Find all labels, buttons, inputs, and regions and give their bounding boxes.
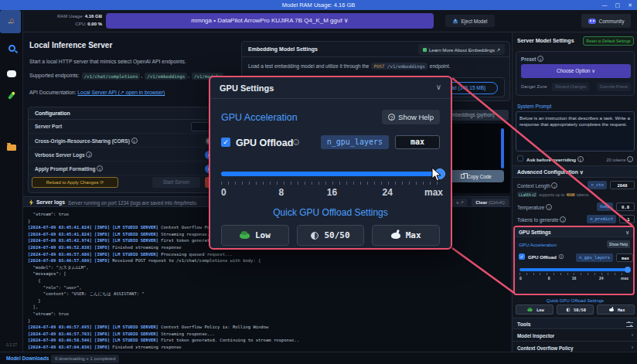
override-preset-button[interactable]: Override Preset <box>597 83 631 91</box>
context-length-note: LLaMA v2 supports up to 4096 tokens. <box>517 192 589 197</box>
puzzle-icon <box>423 48 427 52</box>
configuration-panel: Configuration Server Port Cross-Origin-R… <box>28 107 237 193</box>
gpu-offload-checkbox[interactable]: ✓ <box>519 253 525 260</box>
temperature-row: Temperature i temp 0.8 <box>513 202 637 212</box>
n-ctx-value[interactable]: 2048 <box>610 181 635 189</box>
gpu-5050-button[interactable]: 50/50 <box>557 304 594 315</box>
start-server-button[interactable]: Start Server <box>152 177 200 188</box>
maximize-button[interactable]: ▢ <box>615 0 621 10</box>
turtle-icon <box>240 233 250 239</box>
reload-apply-changes-button[interactable]: Reload to Apply Changes ⟳ <box>32 177 118 188</box>
server-model-settings-panel: Server Model Settings Reset to Default S… <box>512 32 637 352</box>
gpu-low-button[interactable]: Low <box>516 304 554 315</box>
gpu-offload-checkbox[interactable]: ✓ <box>221 138 230 147</box>
ask-before-overriding-checkbox[interactable] <box>517 155 523 162</box>
sidebar-item-my-models[interactable] <box>0 145 23 151</box>
sidebar-item-playground[interactable] <box>0 91 23 100</box>
discord-icon <box>588 19 596 24</box>
choose-preset-button[interactable]: Choose Option ∨ <box>521 64 631 78</box>
sidebar-item-home[interactable]: ⌂ <box>0 16 23 25</box>
code-scrollbar[interactable] <box>501 128 504 168</box>
info-icon[interactable]: i <box>97 165 103 172</box>
log-line: "messages": [ <box>28 270 510 277</box>
info-icon[interactable]: i <box>577 156 584 162</box>
n-gpu-layers-value[interactable]: max <box>395 135 440 149</box>
api-documentation: API Documentation: Local Server API (↗ o… <box>29 90 165 96</box>
show-help-button[interactable]: Show Help <box>607 240 630 248</box>
info-icon[interactable]: i <box>131 138 138 144</box>
api-doc-link[interactable]: Local Server API (↗ open in browser) <box>77 90 165 95</box>
danger-zone-label: Danger Zone <box>521 84 547 89</box>
sidebar-item-search[interactable] <box>0 45 23 52</box>
discard-changes-button[interactable]: Discard Changes <box>552 83 589 91</box>
learn-more-embeddings-button[interactable]: Learn More About Embeddings ↗ <box>418 44 505 55</box>
info-icon[interactable]: i <box>558 254 563 259</box>
chevron-down-icon[interactable]: ∨ <box>436 83 441 91</box>
app-window: Model RAM Usage: 4.16 GB — ▢ ✕ RAM Usage… <box>0 0 637 364</box>
configuration-title: Configuration <box>29 107 236 120</box>
n-gpu-layers-chip[interactable]: n_gpu_layers <box>321 135 389 149</box>
reset-defaults-button[interactable]: Reset to Default Settings <box>583 36 634 46</box>
chevron-down-icon: ∨ <box>625 227 629 237</box>
server-logs-subtitle: Server running on port 1234 (logs are sa… <box>68 200 196 206</box>
log-line: [2024-07-09 03:46:57.703] [INFO] [LM STU… <box>28 331 510 338</box>
quick-gpu-offload-buttons: Low 50/50 Max <box>221 225 440 246</box>
gpu-offload-slider[interactable] <box>221 172 443 176</box>
n-ctx-chip[interactable]: n_ctx <box>588 181 607 189</box>
search-icon <box>9 45 15 52</box>
chat-icon <box>7 70 16 77</box>
endpoint-chip: /v1/embeddings <box>145 73 187 80</box>
verbose-logs-row: Verbose Server Logs i ON <box>29 148 236 162</box>
sidebar: ⌂ ↔ 0.2.27 <box>0 10 23 352</box>
show-help-button[interactable]: ? Show Help <box>382 110 440 124</box>
info-icon[interactable]: i <box>560 216 566 223</box>
clear-logs-button[interactable]: Clear (Ctrl+K) <box>472 199 509 207</box>
popup-title: GPU Settings <box>220 83 274 93</box>
info-icon[interactable]: i <box>537 56 543 62</box>
info-icon[interactable]: i <box>546 204 552 210</box>
info-icon[interactable]: i <box>627 156 633 162</box>
embedding-description: Load a test embedding model and utilize … <box>248 63 451 70</box>
resource-stats: RAM Usage: 4.16 GB CPU: 0.00 % <box>46 12 102 28</box>
gpu-max-button[interactable]: Max <box>597 304 635 315</box>
chevron-right-icon: › <box>632 332 633 338</box>
gpu-acceleration-label: GPU Acceleration <box>221 112 298 123</box>
app-header: RAM Usage: 4.16 GB CPU: 0.00 % mmnga • D… <box>0 10 637 32</box>
log-line: "content": "USER: こんにちは ASSISTANT: " <box>28 291 510 298</box>
n-predict-value[interactable]: -1 <box>619 215 635 223</box>
info-icon[interactable]: i <box>86 151 92 158</box>
minimize-button[interactable]: — <box>602 0 608 10</box>
model-selector-button[interactable]: mmnga • DataPilot ArrowPro KUJIRA 7B Q4_… <box>106 13 434 29</box>
half-circle-icon <box>567 308 571 311</box>
copy-code-button[interactable]: Copy Code <box>448 170 504 182</box>
slider-tickmarks <box>221 182 443 185</box>
info-icon[interactable]: i <box>293 139 299 145</box>
tools-header[interactable]: Tools <box>513 318 637 329</box>
model-downloads-label[interactable]: Model Downloads <box>6 355 49 361</box>
temp-value[interactable]: 0.8 <box>616 202 635 211</box>
n-gpu-layers-chip[interactable]: n_gpu_layers <box>576 253 613 262</box>
sidebar-item-chat[interactable] <box>0 70 23 77</box>
n-gpu-layers-value[interactable]: max <box>616 253 633 262</box>
log-line: [2024-07-09 03:47:04.836] [INFO] Finishe… <box>28 344 510 351</box>
turtle-icon <box>527 308 533 311</box>
community-button[interactable]: Community <box>581 14 631 28</box>
advanced-configuration-header[interactable]: Advanced Configuration ∨ <box>513 165 637 178</box>
gpu-settings-header[interactable]: GPU Settings ∨ <box>515 227 633 237</box>
log-line: [2024-07-09 03:46:57.686] [INFO] Receive… <box>28 257 510 264</box>
close-button[interactable]: ✕ <box>628 0 632 10</box>
bolt-icon <box>29 199 33 206</box>
log-line: "stream": true <box>28 311 510 318</box>
temp-chip[interactable]: temp <box>597 202 613 211</box>
model-inspector-row[interactable]: Model Inspector › <box>513 330 637 342</box>
slider-thumb[interactable] <box>625 267 631 273</box>
system-prompt-textarea[interactable]: Below is an instruction that describes a… <box>516 111 635 151</box>
gpu-max-button[interactable]: Max <box>372 225 440 246</box>
gpu-5050-button[interactable]: 50/50 <box>297 225 365 246</box>
info-icon[interactable]: i <box>551 182 557 189</box>
eject-model-button[interactable]: Eject Model <box>445 15 495 27</box>
gpu-offload-slider[interactable] <box>519 268 628 271</box>
gpu-low-button[interactable]: Low <box>221 225 289 246</box>
cpu-label: CPU: <box>75 22 86 26</box>
n-predict-chip[interactable]: n_predict <box>587 215 616 223</box>
